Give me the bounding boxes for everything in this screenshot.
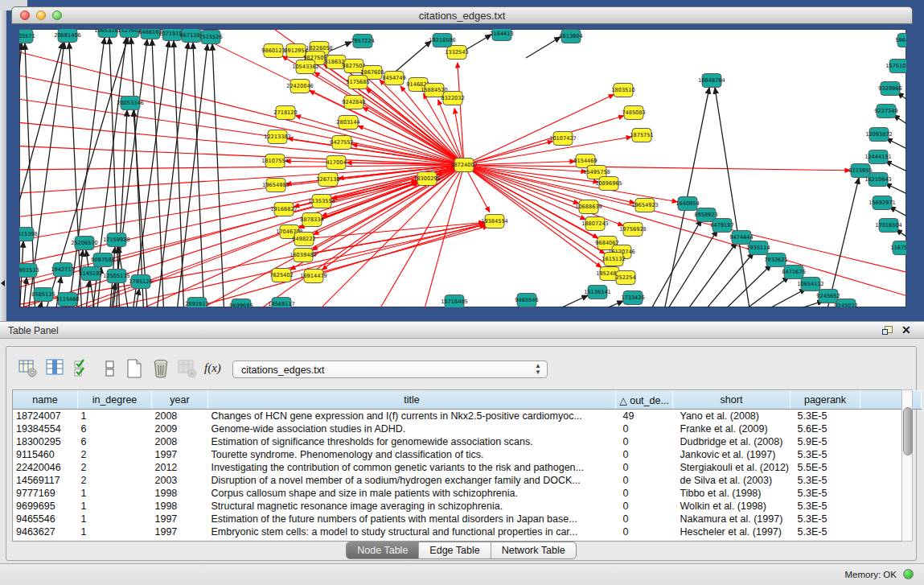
- network-window-titlebar[interactable]: citations_edges.txt: [11, 6, 913, 24]
- graph-node-label: 1875751: [630, 132, 653, 138]
- table-row[interactable]: 911546021997Tourette syndrome. Phenomeno…: [13, 448, 922, 461]
- graph-node-label: 1405571: [19, 33, 35, 39]
- table-cell: 22420046: [13, 461, 78, 474]
- column-header-title[interactable]: title: [208, 391, 616, 410]
- table-row[interactable]: 1938455462009Genome-wide association stu…: [13, 422, 922, 435]
- delete-rows-button[interactable]: [151, 358, 174, 381]
- graph-node-label: 1145192: [79, 270, 102, 277]
- graph-node-label: 19166827: [270, 206, 298, 212]
- delete-table-button[interactable]: [177, 358, 199, 381]
- close-panel-icon[interactable]: ✕: [901, 323, 911, 336]
- graph-node-label: 8958923: [694, 212, 717, 218]
- table-cell: 5.5E-5: [791, 461, 860, 474]
- table-row[interactable]: 946554611997Estimation of the future num…: [13, 513, 922, 525]
- graph-node-label: 9827504: [342, 63, 365, 69]
- column-header-short[interactable]: short: [673, 391, 791, 410]
- graph-node-label: 1795126: [129, 278, 152, 285]
- table-cell: Estimation of significance thresholds fo…: [208, 435, 616, 448]
- status-bar: Memory: OK: [0, 563, 924, 585]
- graph-node-label: 1527602: [117, 29, 141, 34]
- table-cell: 0: [616, 474, 673, 487]
- graph-node-label: 10654112: [797, 281, 824, 287]
- graph-edge: [363, 107, 464, 165]
- graph-edge: [19, 49, 464, 165]
- table-row[interactable]: 2242004622012Investigating the contribut…: [13, 461, 922, 474]
- graph-node-label: 9115460: [55, 296, 79, 303]
- graph-edge: [526, 37, 561, 58]
- graph-node-label: 2718120: [273, 109, 297, 116]
- graph-edge: [295, 116, 464, 165]
- graph-node-label: 2935114: [746, 245, 770, 251]
- table-panel-header[interactable]: Table Panel ✕: [0, 321, 924, 339]
- table-cell: 2012: [152, 461, 208, 474]
- graph-node-label: 10543362: [292, 64, 319, 70]
- table-cell: 2008: [152, 435, 208, 448]
- table-row[interactable]: 1872400712008Changes of HCN gene express…: [13, 410, 922, 423]
- graph-node-label: 9699695: [229, 303, 253, 307]
- table-cell: 5.3E-5: [791, 500, 860, 513]
- float-panel-icon[interactable]: [882, 326, 893, 336]
- function-builder-button[interactable]: f(x): [204, 361, 227, 384]
- graph-node-label: 7957224: [351, 38, 374, 44]
- table-header-row: namein_degreeyeartitle△ out_de...shortpa…: [13, 391, 922, 410]
- graph-node-label: 1803510: [611, 87, 634, 93]
- graph-edge: [662, 230, 717, 307]
- table-row[interactable]: 977716911998Corpus callosum shape and si…: [13, 487, 922, 500]
- column-header-△ out_de...[interactable]: △ out_de...: [616, 391, 673, 410]
- network-canvas[interactable]: 1872400718300295193845549860123891295418…: [19, 29, 906, 307]
- column-header-name[interactable]: name: [13, 391, 78, 410]
- table-cell: 0: [616, 448, 673, 461]
- table-cell: Genome-wide association studies in ADHD.: [208, 422, 616, 435]
- table-cell: Embryonic stem cells: a model to study s…: [208, 525, 616, 538]
- node-table[interactable]: namein_degreeyeartitle△ out_de...shortpa…: [12, 389, 907, 542]
- tab-edge-table[interactable]: Edge Table: [419, 542, 491, 558]
- graph-edge: [464, 165, 579, 204]
- table-cell: Stergiakouli et al. (2012): [673, 461, 791, 474]
- table-cell: 9115460: [13, 448, 78, 461]
- memory-status-indicator[interactable]: [903, 569, 914, 579]
- graph-node-label: 16648784: [698, 77, 725, 84]
- collapse-panel-arrow-icon[interactable]: [1, 280, 5, 286]
- table-scrollbar-thumb[interactable]: [903, 407, 913, 455]
- table-row[interactable]: 1830029562008Estimation of significance …: [13, 435, 922, 448]
- table-cell: Wolkin et al. (1998): [673, 500, 791, 513]
- tab-node-table[interactable]: Node Table: [347, 542, 419, 558]
- graph-node-label: 10688639: [575, 204, 602, 210]
- graph-node-label: 19654983: [262, 182, 290, 188]
- column-header-year[interactable]: year: [152, 391, 208, 410]
- table-cell: 5.3E-5: [791, 448, 860, 461]
- graph-node-label: 1640954: [676, 200, 699, 207]
- graph-node-label: 20691406: [54, 32, 81, 39]
- new-table-button[interactable]: [124, 358, 146, 381]
- graph-node-label: 8878334: [300, 216, 323, 223]
- table-row[interactable]: 969969511998Structural magnetic resonanc…: [13, 500, 922, 513]
- column-header-pagerank[interactable]: pagerank: [791, 391, 860, 410]
- column-header-in_degree[interactable]: in_degree: [78, 391, 152, 410]
- table-cell: 5.6E-5: [791, 422, 860, 435]
- graph-edge: [886, 138, 906, 150]
- table-cell: 0: [616, 513, 673, 525]
- graph-node-label: 9465546: [515, 297, 538, 303]
- graph-node-label: 8498222: [292, 236, 315, 242]
- table-cell: Estimation of the future numbers of pati…: [208, 513, 616, 525]
- table-settings-button[interactable]: [18, 358, 40, 381]
- tab-network-table[interactable]: Network Table: [491, 542, 576, 558]
- graph-edge: [464, 116, 624, 165]
- select-column-button[interactable]: [45, 358, 68, 381]
- graph-edge: [538, 295, 588, 307]
- table-cell: 1998: [152, 500, 208, 513]
- row-height-button[interactable]: [100, 358, 122, 381]
- table-cell: 0: [616, 487, 673, 500]
- table-cell: Investigating the contribution of common…: [208, 461, 616, 474]
- table-cell: 0: [616, 525, 673, 538]
- table-row[interactable]: 1456911722003Disruption of a novel membe…: [13, 474, 922, 487]
- graph-node-label: 8912954: [284, 47, 307, 54]
- table-select-dropdown[interactable]: citations_edges.txt ▲▼: [232, 360, 548, 378]
- select-rows-button[interactable]: [72, 358, 95, 381]
- table-cell: 19384554: [13, 422, 78, 435]
- table-row[interactable]: 946362711997Embryonic stem cells: a mode…: [13, 525, 922, 538]
- graph-edge: [19, 97, 464, 165]
- graph-node-label: 9245652: [816, 293, 840, 299]
- table-cell: 2009: [152, 422, 208, 435]
- table-scrollbar[interactable]: [901, 389, 913, 542]
